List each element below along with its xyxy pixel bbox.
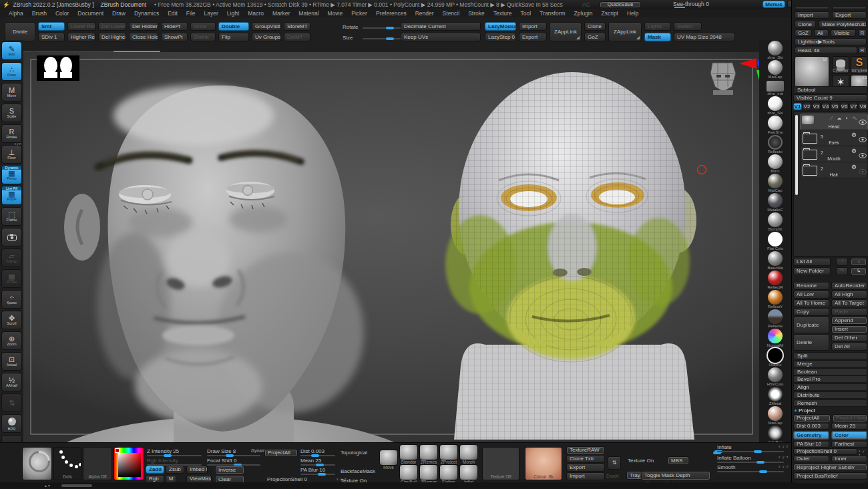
del-other-button[interactable]: Del Other [831, 334, 867, 342]
inflate-balloon-handle[interactable] [756, 461, 765, 464]
truncated-button-left[interactable] [795, 7, 829, 9]
frame-button[interactable]: ⬚Frame [1, 207, 22, 226]
subtool-tab-v7[interactable]: V7 [849, 103, 858, 110]
menu-item-document[interactable]: Document [77, 10, 103, 17]
all-button[interactable]: All [814, 29, 829, 37]
texture-off-thumbnail[interactable]: Texture Off [482, 447, 519, 480]
dist-0-003-slider[interactable]: Dist 0.003 [300, 448, 324, 454]
brush-mini-inflat[interactable] [459, 464, 478, 480]
stroke-thumbnail[interactable]: Dots [53, 447, 81, 480]
inflate-handle[interactable] [754, 450, 762, 453]
duplicate-button[interactable]: Duplicate [793, 317, 829, 333]
r2-toggle[interactable]: R [858, 47, 867, 54]
menu-item-edit[interactable]: Edit [168, 10, 178, 17]
brush-mini-morph[interactable] [459, 444, 478, 460]
z-intensity-25-handle[interactable] [164, 454, 172, 457]
brush-mini-zremes[interactable] [419, 444, 438, 460]
append-button[interactable]: Append [831, 317, 867, 325]
material-matcap[interactable]: MatCap [762, 60, 789, 79]
subtool-tab-v2[interactable]: V2 [803, 103, 811, 110]
hidept-button[interactable]: HidePt [161, 22, 188, 31]
zsub-button[interactable]: Zsub [166, 466, 184, 474]
rotate-slider-track[interactable] [363, 27, 405, 29]
projectall-button[interactable]: ProjectAll [793, 414, 831, 422]
lower-res-button[interactable]: Lower Res [67, 22, 95, 31]
sdiv-1-slider[interactable]: SDiv 1 [38, 33, 65, 41]
material-matcap[interactable]: MatCap [762, 174, 789, 192]
inflate-track[interactable] [717, 451, 784, 452]
size-slider-track[interactable] [363, 38, 405, 39]
showpt-button[interactable]: ShowPt [161, 33, 188, 41]
bpr-button[interactable]: BPR [1, 414, 22, 433]
scroll-button[interactable]: ✥Scroll [1, 311, 22, 329]
rgb-intensity-slider[interactable]: Rgb Intensity [147, 458, 178, 464]
clone-button[interactable]: Clone [584, 22, 606, 31]
document-thumbnail[interactable] [37, 55, 79, 81]
gear-icon[interactable]: ⚙ [851, 132, 857, 138]
subtool-row-mouth[interactable]: 2⚙Mouth [800, 146, 868, 162]
gear-icon[interactable]: ⚙ [851, 164, 857, 170]
all-low-button[interactable]: All Low [793, 291, 829, 299]
material-flat-colo[interactable]: Flat Colo [762, 232, 789, 251]
focal-shift-0-slider[interactable]: Focal Shift 0 [207, 458, 236, 464]
xpose-button[interactable]: ⁘Xpose [1, 290, 22, 309]
del-lower-button[interactable]: Del Lower [98, 22, 126, 31]
move-into-folder-button[interactable]: ↳ [851, 267, 867, 275]
farthest-button[interactable]: Farthest [831, 441, 867, 448]
floor-button[interactable]: ⊥Floorxyz [1, 145, 22, 164]
edit-button[interactable]: ✎Edit [1, 41, 22, 60]
section-split[interactable]: Split [793, 352, 867, 359]
colour8k-thumbnail[interactable]: Colour_8k [525, 447, 562, 480]
zapplink-button[interactable]: ZAppLink [608, 22, 642, 41]
pa-blur-10-slider[interactable]: PA Blur 10 [300, 467, 325, 473]
color-picker[interactable] [114, 447, 144, 480]
smt-button[interactable]: Smt [38, 22, 65, 31]
menu-item-stencil[interactable]: Stencil [443, 10, 460, 17]
del-all-button[interactable]: Del All [831, 343, 867, 351]
project-history-button[interactable]: Project History [833, 414, 867, 422]
camera-button[interactable] [1, 228, 22, 247]
section-distribute[interactable]: Distribute [793, 391, 867, 399]
uv-map-size-2048-slider[interactable]: UV Map Size 2048 [674, 33, 735, 41]
project-section-header[interactable]: Project [799, 408, 815, 414]
menu-item-transform[interactable]: Transform [539, 10, 565, 17]
draw-size-8-handle[interactable] [226, 454, 234, 457]
import-button[interactable]: Import [566, 472, 605, 480]
material-fastsha[interactable]: FastSha [762, 116, 789, 134]
inflate-balloon-slider[interactable]: Inflate Balloon [717, 455, 751, 461]
move-up-button[interactable]: ↑ [836, 258, 848, 266]
delmt-button[interactable]: DelMT [284, 33, 310, 41]
subtool-tab-v3[interactable]: V3 [812, 103, 821, 110]
updown-button[interactable]: ⇅ [1, 393, 22, 412]
mean-slider[interactable]: Mean 25 [831, 423, 867, 430]
import-button[interactable]: Import [519, 22, 547, 31]
move-out-button[interactable]: ↷ [836, 267, 848, 275]
mask-button[interactable]: Mask [644, 33, 671, 41]
material-reflectr[interactable]: ReflectR [762, 271, 789, 289]
export-disabled-button[interactable]: Export [606, 474, 619, 478]
material-matcap[interactable]: MatCap [762, 406, 789, 425]
material-zbro-ski[interactable]: zbro_Ski [762, 41, 789, 59]
menu-item-stroke[interactable]: Stroke [468, 10, 485, 17]
keep-uvs-button[interactable]: Keep UVs [401, 33, 481, 41]
all-high-button[interactable]: All High [831, 291, 867, 299]
transp-button[interactable]: ▱Transp [1, 249, 22, 267]
axis-gizmo[interactable] [739, 58, 759, 91]
topological-button[interactable]: Topological [341, 450, 367, 456]
color-button[interactable]: Color [831, 431, 867, 440]
draw-size-8-track[interactable] [207, 455, 260, 456]
move-down-button[interactable]: ↓ [851, 258, 867, 266]
rotate-button[interactable]: RRotate [1, 124, 22, 143]
brush-thumbnail[interactable]: Standard [22, 447, 52, 480]
subtool-row-eyes[interactable]: 5⚙Eyes [800, 130, 868, 146]
material-jellybea[interactable]: JellyBea [762, 426, 789, 444]
imbed-0-button[interactable]: Imbed 0 [186, 466, 208, 474]
pa-blur-slider[interactable]: PA Blur 10 [793, 441, 829, 448]
export-button[interactable]: Export [519, 33, 547, 41]
subtool-row-hair[interactable]: 2⚙Hair [800, 162, 868, 178]
brush-mini-zremes[interactable] [419, 464, 438, 480]
size-slider[interactable]: Size [343, 35, 353, 41]
textureraw-button[interactable]: TextureRAW [566, 446, 605, 454]
del-hidden-button[interactable]: Del Hidden [129, 22, 158, 31]
subtool-tab-v1[interactable]: V1 [793, 103, 802, 110]
